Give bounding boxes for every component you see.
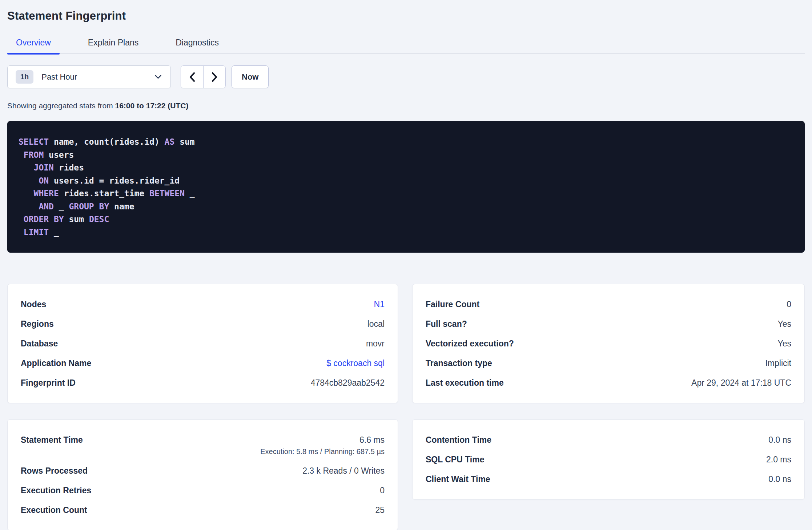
kv-label: Contention Time (426, 434, 491, 445)
chevron-left-icon (188, 72, 196, 83)
time-range-select[interactable]: 1h Past Hour (7, 65, 171, 88)
tab-overview[interactable]: Overview (7, 38, 60, 53)
timing-cards-row: Statement Time 6.6 ms Execution: 5.8 ms … (7, 419, 805, 530)
kv-value: Yes (777, 318, 791, 329)
kv-row-failure-count: Failure Count 0 (426, 299, 791, 310)
kv-label: Transaction type (426, 358, 492, 369)
kv-value: Implicit (765, 358, 791, 369)
overview-details-card: Nodes N1 Regions local Database movr App… (7, 284, 398, 403)
kv-row-execution-retries: Execution Retries 0 (21, 485, 385, 496)
statement-time-breakdown: Execution: 5.8 ms / Planning: 687.5 µs (260, 447, 385, 457)
kv-row-transaction-type: Transaction type Implicit (426, 358, 791, 369)
kv-row-full-scan: Full scan? Yes (426, 318, 791, 329)
kv-value: 0 (380, 485, 385, 496)
page-title: Statement Fingerprint (7, 9, 805, 23)
kv-row-last-execution-time: Last execution time Apr 29, 2024 at 17:1… (426, 377, 791, 388)
kv-value: 4784cb829aab2542 (311, 377, 385, 388)
aggregated-stats-range: 16:00 to 17:22 (UTC) (115, 101, 189, 110)
statement-timing-card: Statement Time 6.6 ms Execution: 5.8 ms … (7, 419, 398, 530)
sql-code: SELECT name, count(rides.id) AS sum FROM… (19, 136, 793, 239)
kv-row-rows-processed: Rows Processed 2.3 k Reads / 0 Writes (21, 465, 385, 476)
kv-label: Nodes (21, 299, 46, 310)
kv-row-regions: Regions local (21, 318, 385, 329)
kv-label: Statement Time (21, 434, 83, 445)
kv-row-fingerprint-id: Fingerprint ID 4784cb829aab2542 (21, 377, 385, 388)
kv-row-sql-cpu-time: SQL CPU Time 2.0 ms (426, 454, 791, 465)
kv-label: SQL CPU Time (426, 454, 484, 465)
kv-value: 2.0 ms (766, 454, 791, 465)
kv-label: Regions (21, 318, 54, 329)
kv-value: movr (366, 338, 385, 349)
kv-row-statement-time: Statement Time 6.6 ms Execution: 5.8 ms … (21, 434, 385, 457)
kv-value: 25 (375, 505, 385, 515)
time-step-group (181, 65, 226, 88)
previous-interval-button[interactable] (181, 66, 203, 88)
application-name-link[interactable]: $ cockroach sql (326, 358, 385, 369)
next-interval-button[interactable] (203, 66, 225, 88)
time-range-label: Past Hour (41, 72, 154, 82)
tab-diagnostics[interactable]: Diagnostics (167, 38, 228, 53)
kv-label: Rows Processed (21, 465, 88, 476)
kv-value: 0 (787, 299, 791, 310)
kv-label: Application Name (21, 358, 91, 369)
wait-timing-card: Contention Time 0.0 ns SQL CPU Time 2.0 … (412, 419, 805, 499)
kv-label: Database (21, 338, 58, 349)
kv-value: 2.3 k Reads / 0 Writes (302, 465, 385, 476)
sql-statement-box: SELECT name, count(rides.id) AS sum FROM… (7, 121, 805, 253)
time-range-badge: 1h (16, 70, 33, 84)
execution-attributes-card: Failure Count 0 Full scan? Yes Vectorize… (412, 284, 805, 403)
kv-label: Failure Count (426, 299, 479, 310)
overview-cards-row: Nodes N1 Regions local Database movr App… (7, 284, 805, 403)
nodes-link[interactable]: N1 (374, 299, 385, 310)
kv-value: 0.0 ns (768, 474, 791, 485)
kv-value: 0.0 ns (768, 434, 791, 445)
kv-value: 6.6 ms (359, 434, 385, 445)
chevron-right-icon (210, 72, 218, 83)
now-button[interactable]: Now (232, 65, 269, 88)
kv-label: Execution Retries (21, 485, 91, 496)
chevron-down-icon (154, 75, 162, 79)
time-controls: 1h Past Hour Now (7, 65, 805, 88)
kv-row-nodes: Nodes N1 (21, 299, 385, 310)
kv-row-contention-time: Contention Time 0.0 ns (426, 434, 791, 445)
kv-row-database: Database movr (21, 338, 385, 349)
statement-fingerprint-page: Statement Fingerprint Overview Explain P… (0, 9, 812, 530)
kv-label: Vectorized execution? (426, 338, 514, 349)
kv-label: Execution Count (21, 505, 87, 515)
aggregated-stats-line: Showing aggregated stats from 16:00 to 1… (7, 101, 805, 110)
kv-row-client-wait-time: Client Wait Time 0.0 ns (426, 474, 791, 485)
aggregated-stats-prefix: Showing aggregated stats from (7, 101, 115, 110)
tabbar: Overview Explain Plans Diagnostics (7, 38, 805, 54)
kv-row-execution-count: Execution Count 25 (21, 505, 385, 515)
kv-row-application-name: Application Name $ cockroach sql (21, 358, 385, 369)
kv-value: local (367, 318, 385, 329)
kv-value: Yes (777, 338, 791, 349)
tab-explain-plans[interactable]: Explain Plans (79, 38, 147, 53)
kv-label: Client Wait Time (426, 474, 490, 485)
kv-label: Fingerprint ID (21, 377, 76, 388)
kv-value: Apr 29, 2024 at 17:18 UTC (691, 377, 791, 388)
kv-label: Full scan? (426, 318, 467, 329)
kv-label: Last execution time (426, 377, 504, 388)
kv-row-vectorized-execution: Vectorized execution? Yes (426, 338, 791, 349)
